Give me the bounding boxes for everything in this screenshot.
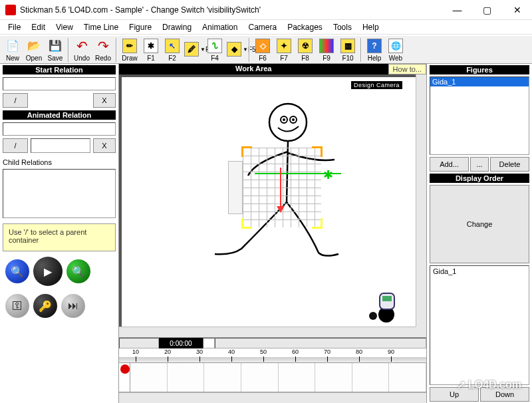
right-panel: Figures Gida_1 Add... ... Delete Display… (427, 64, 532, 403)
draw-button[interactable]: ✏Draw (120, 38, 140, 62)
camera-overlay[interactable]: ✱ (228, 148, 321, 227)
delete-figure-button[interactable]: Delete (490, 157, 529, 172)
f2-button[interactable]: ↖F2 (162, 38, 182, 62)
tip-box: Use '/' to select a parent container (3, 223, 116, 251)
add-figure-button[interactable]: Add... (430, 157, 469, 172)
menu-drawing[interactable]: Drawing (157, 21, 197, 33)
playhead-marker[interactable] (120, 364, 130, 374)
display-order-list[interactable]: Gida_1 (430, 265, 529, 385)
titlebar: Stickman 5.6 'LO4D.com - Sample' - Chang… (0, 0, 532, 20)
horizontal-scrollbar[interactable] (119, 327, 416, 337)
key-button[interactable]: 🔑 (33, 294, 57, 318)
change-order-button[interactable]: Change (430, 185, 529, 263)
clear-animated-button[interactable]: X (93, 138, 116, 153)
time-slot[interactable] (203, 338, 215, 348)
ruler-tick: 60 (292, 348, 299, 355)
move-up-button[interactable]: Up (430, 387, 479, 402)
f8-button[interactable]: ☢F8 (295, 38, 315, 62)
f7-icon: ✦ (276, 38, 292, 54)
f10-button[interactable]: ▦F10 (338, 38, 358, 62)
child-relations-list[interactable] (3, 169, 116, 218)
frame-track[interactable] (130, 363, 426, 392)
open-button[interactable]: 📂Open (24, 38, 44, 62)
menu-animation[interactable]: Animation (197, 21, 243, 33)
menu-edit[interactable]: Edit (26, 21, 51, 33)
menu-help[interactable]: Help (357, 21, 384, 33)
redo-button[interactable]: ↷Redo (93, 38, 113, 62)
figures-header: Figures (430, 65, 529, 74)
draw-icon: ✏ (122, 38, 138, 54)
close-button[interactable]: ✕ (502, 0, 532, 20)
f3-button[interactable]: 🖉▼F3 (184, 41, 203, 58)
f5-icon: ◆ (226, 41, 242, 57)
figure-more-button[interactable]: ... (470, 157, 489, 172)
menu-view[interactable]: View (51, 21, 78, 33)
time-bar-rest[interactable] (215, 338, 426, 348)
move-down-button[interactable]: Down (480, 387, 529, 402)
figures-list[interactable]: Gida_1 (430, 76, 529, 155)
slash-button[interactable]: / (3, 93, 28, 108)
canvas-area[interactable]: Design Camera (119, 74, 426, 337)
undo-button[interactable]: ↶Undo (72, 38, 92, 62)
animated-slash-button[interactable]: / (3, 138, 28, 153)
work-area-header: Work Area (119, 64, 388, 74)
step-button[interactable]: ⏭ (61, 294, 85, 318)
f6-button[interactable]: ◇F6 (253, 38, 273, 62)
svg-point-2 (283, 118, 285, 121)
animated-relation-header: Animated Relation (3, 110, 116, 120)
play-button[interactable]: ▶ (33, 257, 63, 286)
menu-file[interactable]: File (3, 21, 26, 33)
timeline: 0:00:00 102030405060708090 (119, 337, 426, 403)
f9-icon (319, 38, 334, 54)
animated-relation-input[interactable] (3, 122, 116, 136)
f1-icon: ✱ (143, 38, 159, 54)
menu-timeline[interactable]: Time Line (78, 21, 124, 33)
center-panel: Work Area How to... Design Camera (118, 64, 427, 403)
f4-icon: ᔐ (207, 38, 223, 54)
app-icon (5, 5, 16, 15)
ruler-tick: 80 (356, 348, 362, 355)
figures-list-item[interactable]: Gida_1 (430, 77, 529, 86)
vertical-scrollbar[interactable] (416, 74, 426, 327)
menu-camera[interactable]: Camera (243, 21, 282, 33)
ruler-tick: 50 (260, 348, 267, 355)
clear-start-button[interactable]: X (93, 93, 116, 108)
time-bar-pre[interactable] (119, 338, 159, 348)
magnify-icon: 🔍 (72, 265, 85, 278)
f9-button[interactable]: F9 (317, 38, 336, 62)
chevron-down-icon: ▼ (243, 47, 248, 53)
zoom-in-button[interactable]: 🔍 (5, 259, 29, 283)
f4-button[interactable]: ᔐF4 (205, 38, 225, 62)
svg-point-4 (292, 118, 295, 121)
timeline-scrollbar[interactable] (119, 392, 426, 403)
key-icon: 🔑 (39, 300, 52, 313)
save-button[interactable]: 💾Save (45, 38, 65, 62)
step-icon: ⏭ (68, 300, 78, 312)
animated-extra-input[interactable] (31, 138, 90, 153)
f3-icon: 🖉 (184, 41, 200, 57)
web-icon: 🌐 (388, 38, 404, 54)
minimize-button[interactable]: — (442, 0, 472, 20)
how-to-button[interactable]: How to... (388, 64, 426, 74)
start-relation-header: Start Relation (3, 65, 116, 74)
menu-tools[interactable]: Tools (328, 21, 357, 33)
web-button[interactable]: 🌐Web (386, 38, 406, 62)
help-button[interactable]: ?Help (364, 38, 384, 62)
menu-figure[interactable]: Figure (124, 21, 157, 33)
menu-packages[interactable]: Packages (282, 21, 328, 33)
display-order-item[interactable]: Gida_1 (430, 266, 529, 277)
time-ruler[interactable]: 102030405060708090 (119, 348, 426, 363)
open-icon: 📂 (26, 38, 42, 54)
f5-button[interactable]: ◆▼F5 (226, 41, 246, 58)
maximize-button[interactable]: ▢ (472, 0, 502, 20)
start-relation-input[interactable] (3, 77, 116, 90)
zoom-out-button[interactable]: 🔍 (66, 259, 90, 283)
ruler-tick: 10 (132, 348, 139, 355)
prev-key-button[interactable]: ⚿ (5, 294, 29, 318)
ruler-tick: 40 (228, 348, 235, 355)
ruler-tick: 30 (196, 348, 203, 355)
f1-button[interactable]: ✱F1 (141, 38, 161, 62)
f10-icon: ▦ (340, 38, 356, 54)
f7-button[interactable]: ✦F7 (274, 38, 294, 62)
new-button[interactable]: 📄New (3, 38, 23, 62)
